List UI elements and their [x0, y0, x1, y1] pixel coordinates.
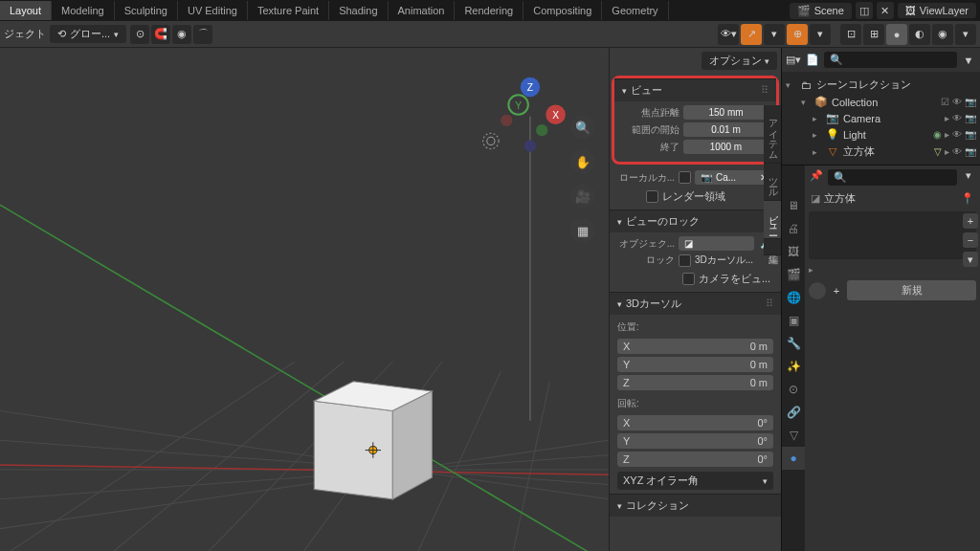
- prop-tab-output[interactable]: 🖨: [782, 217, 805, 240]
- tree-row-camera[interactable]: ▸ 📷 Camera ▸👁📷: [782, 110, 980, 126]
- new-material-button[interactable]: 新規: [847, 280, 976, 300]
- material-link-icon[interactable]: +: [830, 285, 843, 297]
- collection-section-header[interactable]: ▾ コレクション: [610, 494, 781, 517]
- overlays-dropdown[interactable]: ▾: [810, 24, 831, 45]
- focal-length-field[interactable]: 150 mm: [683, 105, 768, 120]
- render-icon[interactable]: 📷: [965, 113, 976, 123]
- shading-rendered-button[interactable]: ◉: [932, 24, 953, 45]
- expand-icon[interactable]: ▸: [813, 130, 822, 140]
- gizmo-dropdown[interactable]: ▾: [764, 24, 785, 45]
- visibility-icon[interactable]: 👁: [952, 146, 962, 157]
- render-icon[interactable]: 📷: [965, 146, 976, 157]
- tab-animation[interactable]: Animation: [389, 1, 456, 20]
- prop-tab-constraints[interactable]: 🔗: [782, 401, 805, 424]
- tab-rendering[interactable]: Rendering: [455, 1, 523, 20]
- expand-icon[interactable]: ▸: [809, 265, 813, 275]
- prop-tab-world[interactable]: 🌐: [782, 286, 805, 309]
- scene-browse-button[interactable]: ◫: [856, 2, 873, 19]
- tab-modeling[interactable]: Modeling: [52, 1, 115, 20]
- show-overlays-button[interactable]: ⊕: [787, 24, 808, 45]
- prop-tab-data[interactable]: ▽: [782, 424, 805, 447]
- properties-search[interactable]: 🔍: [828, 169, 957, 186]
- prop-tab-modifier[interactable]: 🔧: [782, 332, 805, 355]
- prop-tab-particles[interactable]: ✨: [782, 355, 805, 378]
- exclude-checkbox[interactable]: ☑: [941, 97, 949, 107]
- cursor-location-y[interactable]: Y0 m: [617, 357, 773, 372]
- material-slot-list[interactable]: + − ▾: [809, 211, 976, 259]
- shading-dropdown[interactable]: ▾: [955, 24, 976, 45]
- expand-icon[interactable]: ▸: [813, 114, 822, 123]
- tab-compositing[interactable]: Compositing: [523, 1, 602, 20]
- viewlayer-field[interactable]: 🖼 ViewLayer: [898, 3, 976, 18]
- cursor-location-x[interactable]: X0 m: [617, 339, 773, 354]
- tab-geometry[interactable]: Geometry: [602, 1, 668, 20]
- tree-row-collection[interactable]: ▾ 📦 Collection ☑👁📷: [782, 94, 980, 110]
- render-icon[interactable]: 📷: [965, 129, 976, 140]
- tab-sculpting[interactable]: Sculpting: [115, 1, 178, 20]
- visibility-icon[interactable]: 👁: [952, 97, 962, 107]
- tree-row-light[interactable]: ▸ 💡 Light ◉▸👁📷: [782, 126, 980, 143]
- tree-row-scene-collection[interactable]: ▾ 🗀 シーンコレクション: [782, 76, 980, 94]
- render-region-checkbox[interactable]: [646, 190, 658, 203]
- perspective-toggle-button[interactable]: ▦: [570, 218, 595, 243]
- prop-tab-physics[interactable]: ⊙: [782, 378, 805, 401]
- pan-button[interactable]: ✋: [570, 149, 595, 174]
- outliner-filter-icon[interactable]: 📄: [805, 54, 820, 66]
- pivot-button[interactable]: ⊙: [130, 25, 149, 44]
- vtab-tool[interactable]: ツール: [764, 164, 781, 201]
- add-material-slot-button[interactable]: +: [963, 213, 978, 229]
- collapse-icon[interactable]: ▾: [801, 98, 811, 107]
- options-button[interactable]: オプション ▾: [702, 52, 777, 70]
- selectable-icon[interactable]: ▸: [945, 113, 949, 123]
- tab-shading[interactable]: Shading: [329, 1, 388, 20]
- snap-button[interactable]: 🧲: [151, 25, 170, 44]
- material-slot-menu[interactable]: ▾: [963, 252, 978, 267]
- vtab-edit[interactable]: 編集: [764, 239, 781, 255]
- prop-tab-material[interactable]: ●: [782, 447, 805, 470]
- scene-field[interactable]: 🎬 Scene: [790, 3, 852, 19]
- orientation-dropdown[interactable]: ⟲ グロー... ▾: [50, 25, 126, 43]
- visibility-icon[interactable]: 👁: [952, 113, 962, 123]
- light-data-icon[interactable]: ◉: [933, 129, 942, 140]
- remove-material-slot-button[interactable]: −: [963, 232, 978, 248]
- vtab-view[interactable]: ビュー: [764, 201, 781, 239]
- prop-tab-render[interactable]: 🖥: [782, 194, 805, 217]
- proportional-falloff-button[interactable]: ⌒: [193, 25, 212, 44]
- prop-tab-viewlayer[interactable]: 🖼: [782, 240, 805, 263]
- vtab-item[interactable]: アイテム: [764, 105, 781, 164]
- outliner-search[interactable]: 🔍: [824, 52, 957, 68]
- cursor-rotation-y[interactable]: Y0°: [617, 433, 773, 449]
- mesh-data-icon[interactable]: ▽: [934, 146, 942, 157]
- render-icon[interactable]: 📷: [965, 97, 976, 107]
- clip-start-field[interactable]: 0.01 m: [683, 122, 768, 137]
- visibility-icon[interactable]: 👁: [952, 129, 962, 140]
- view-lock-header[interactable]: ▾ ビューのロック: [610, 209, 781, 232]
- view-object-types-button[interactable]: 👁▾: [718, 24, 739, 45]
- view-section-header[interactable]: ▾ ビュー ⠿: [614, 78, 776, 101]
- scene-new-button[interactable]: ✕: [877, 2, 894, 19]
- shading-wireframe-button[interactable]: ⊞: [863, 24, 884, 45]
- prop-tab-object[interactable]: ▣: [782, 309, 805, 332]
- prop-tab-scene[interactable]: 🎬: [782, 263, 805, 286]
- selectable-icon[interactable]: ▸: [945, 146, 949, 157]
- selectable-icon[interactable]: ▸: [945, 129, 949, 140]
- shading-material-button[interactable]: ◐: [909, 24, 930, 45]
- tree-row-cube[interactable]: ▸ ▽ 立方体 ▽▸👁📷: [782, 143, 980, 161]
- rotation-mode-dropdown[interactable]: XYZ オイラー角 ▾: [617, 472, 773, 490]
- show-gizmo-button[interactable]: ↗: [741, 24, 762, 45]
- clip-end-field[interactable]: 1000 m: [683, 140, 768, 154]
- shading-solid-button[interactable]: ●: [886, 24, 907, 45]
- tab-layout[interactable]: Layout: [0, 1, 52, 20]
- prop-options-icon[interactable]: ▾: [961, 169, 976, 186]
- cursor-location-z[interactable]: Z0 m: [617, 375, 773, 390]
- tab-uvediting[interactable]: UV Editing: [178, 1, 248, 20]
- lock-camera-checkbox[interactable]: [682, 273, 695, 285]
- cursor-rotation-x[interactable]: X0°: [617, 415, 773, 430]
- outliner-display-mode[interactable]: ▤▾: [786, 54, 801, 66]
- local-camera-checkbox[interactable]: [679, 171, 691, 184]
- proportional-button[interactable]: ◉: [172, 25, 191, 44]
- collapse-icon[interactable]: ▾: [786, 80, 795, 90]
- tab-texturepaint[interactable]: Texture Paint: [248, 1, 329, 20]
- lock-3dcursor-checkbox[interactable]: [679, 254, 691, 267]
- xray-button[interactable]: ⊡: [840, 24, 861, 45]
